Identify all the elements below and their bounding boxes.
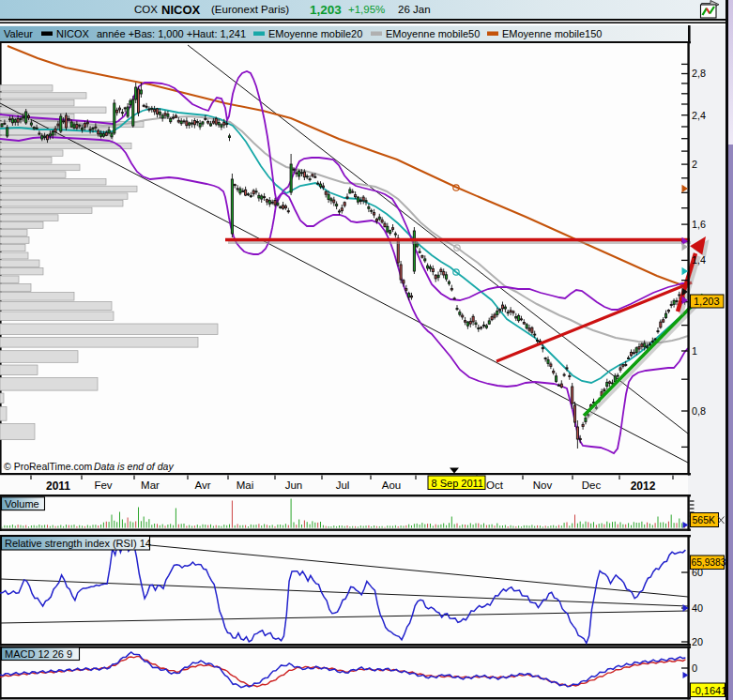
svg-text:EMoyenne mobile150: EMoyenne mobile150 [502, 28, 602, 39]
svg-text:8 Sep 2011: 8 Sep 2011 [432, 478, 483, 489]
svg-text:1,203: 1,203 [694, 296, 720, 307]
svg-text:Mar: Mar [141, 479, 160, 491]
svg-text:Mai: Mai [237, 479, 254, 491]
svg-text:26 Jan: 26 Jan [398, 4, 431, 15]
svg-text:+1,95%: +1,95% [348, 4, 385, 15]
svg-text:EMoyenne mobile20: EMoyenne mobile20 [268, 28, 362, 39]
svg-text:© ProRealTime.com: © ProRealTime.com [4, 461, 93, 472]
svg-text:Data is end of day: Data is end of day [94, 461, 174, 472]
svg-text:20: 20 [692, 636, 703, 647]
svg-text:0,8: 0,8 [692, 405, 706, 417]
svg-text:MACD 12 26 9: MACD 12 26 9 [5, 648, 72, 660]
svg-text:40: 40 [692, 602, 703, 614]
svg-text:2: 2 [692, 159, 697, 170]
svg-text:-0,1641: -0,1641 [692, 685, 726, 696]
svg-text:Volume: Volume [5, 498, 39, 510]
svg-text:2,4: 2,4 [692, 110, 706, 121]
svg-text:(Euronext Paris): (Euronext Paris) [211, 4, 289, 15]
svg-text:NICOX: NICOX [161, 3, 201, 17]
svg-text:2012: 2012 [631, 479, 656, 493]
svg-text:1,4: 1,4 [692, 254, 706, 266]
svg-text:Valeur: Valeur [4, 28, 33, 39]
svg-text:Dec: Dec [582, 479, 602, 491]
svg-text:0: 0 [692, 662, 697, 674]
svg-text:60: 60 [692, 567, 703, 578]
svg-text:Jun: Jun [285, 479, 303, 491]
svg-text:1,203: 1,203 [310, 3, 342, 17]
svg-text:Aou: Aou [382, 479, 401, 491]
svg-text:Nov: Nov [533, 479, 553, 491]
svg-text:EMoyenne mobile50: EMoyenne mobile50 [386, 28, 480, 39]
svg-text:Relative strength index (RSI): Relative strength index (RSI) 14 [5, 538, 151, 549]
svg-text:1,6: 1,6 [692, 219, 706, 230]
svg-text:Jul: Jul [336, 479, 350, 491]
svg-text:Fev: Fev [94, 479, 112, 491]
svg-text:NICOX: NICOX [56, 28, 90, 39]
svg-text:2,8: 2,8 [692, 68, 706, 79]
svg-text:Oct: Oct [486, 479, 504, 491]
svg-text:Avr: Avr [194, 479, 210, 491]
svg-text:2011: 2011 [46, 479, 70, 493]
svg-text:COX: COX [134, 4, 158, 15]
svg-text:année +Bas: 1,000 +Haut: 1,241: année +Bas: 1,000 +Haut: 1,241 [97, 28, 246, 39]
svg-text:565K: 565K [693, 514, 716, 525]
svg-text:1: 1 [692, 345, 697, 357]
